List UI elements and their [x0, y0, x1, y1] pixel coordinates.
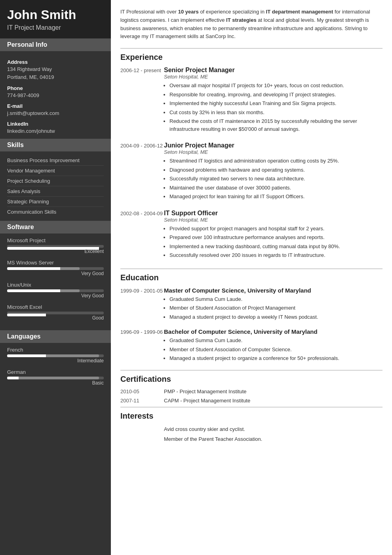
personal-info-content: Address 134 Rightward Way Portland, ME, … — [0, 51, 111, 139]
experience-bullet: Implemented a new tracking dashboard, cu… — [169, 243, 382, 251]
language-rating: Intermediate — [7, 358, 104, 364]
certification-date: 2007-11 — [120, 398, 164, 404]
experience-content: Junior Project ManagerSeton Hospital, ME… — [164, 142, 382, 202]
language-item: FrenchIntermediate — [7, 347, 104, 364]
experience-item: 2002-08 - 2004-09IT Support OfficerSeton… — [120, 210, 382, 260]
experience-bullet: Managed project for lean training for al… — [169, 193, 382, 201]
linkedin-value: linkedin.com/johnutw — [7, 128, 104, 135]
software-name: MS Windows Server — [7, 260, 104, 266]
experience-list: 2006-12 - presentSenior Project ManagerS… — [120, 67, 382, 260]
experience-divider — [120, 48, 382, 49]
experience-bullet: Provided support for project managers an… — [169, 225, 382, 233]
address-label: Address — [7, 59, 104, 65]
software-bar-container — [7, 312, 104, 314]
skill-item: Communication Skills — [7, 207, 104, 217]
bar-dark — [19, 377, 99, 379]
experience-bullet: Maintained the user database of over 300… — [169, 184, 382, 192]
interest-item: Member of the Parent Teacher Association… — [120, 435, 382, 443]
languages-header: Languages — [0, 330, 111, 343]
experience-bullet: Streamlined IT logistics and administrat… — [169, 157, 382, 165]
software-item: MS Windows ServerVery Good — [7, 260, 104, 276]
skills-header: Skills — [0, 139, 111, 151]
experience-bullets: Oversaw all major hospital IT projects f… — [164, 82, 382, 133]
skill-item: Sales Analysis — [7, 186, 104, 197]
education-divider — [120, 268, 382, 269]
certifications-title: Certifications — [120, 375, 382, 384]
software-header: Software — [0, 221, 111, 233]
software-name: Microsoft Project — [7, 237, 104, 243]
experience-job-title: Junior Project Manager — [164, 142, 382, 149]
main-content: IT Professional with over 10 years of ex… — [111, 0, 392, 555]
software-bar-container — [7, 289, 104, 292]
education-content: Bachelor of Computer Science, University… — [164, 328, 382, 364]
experience-bullet: Oversaw all major hospital IT projects f… — [169, 82, 382, 90]
interest-spacer — [120, 425, 164, 433]
personal-info-header: Personal Info — [0, 38, 111, 51]
experience-bullets: Provided support for project managers an… — [164, 225, 382, 259]
experience-bullet: Responsible for creating, improving, and… — [169, 91, 382, 99]
interests-list: Avid cross country skier and cyclist.Mem… — [120, 425, 382, 443]
experience-content: Senior Project ManagerSeton Hospital, ME… — [164, 67, 382, 134]
name-block: John Smith IT Project Manager — [0, 0, 111, 38]
experience-content: IT Support OfficerSeton Hospital, MEProv… — [164, 210, 382, 260]
sidebar: John Smith IT Project Manager Personal I… — [0, 0, 111, 555]
bar-fill — [7, 289, 60, 292]
experience-bullet: Implemented the highly successful Lean T… — [169, 100, 382, 107]
languages-content: FrenchIntermediateGermanBasic — [0, 343, 111, 395]
software-rating: Very Good — [7, 293, 104, 299]
education-list: 1999-09 - 2001-05Master of Computer Scie… — [120, 287, 382, 364]
experience-date: 2002-08 - 2004-09 — [120, 210, 164, 260]
skill-item: Strategic Planning — [7, 197, 104, 207]
education-degree: Bachelor of Computer Science, University… — [164, 328, 382, 335]
experience-company: Seton Hospital, ME — [164, 217, 382, 223]
email-value: j.smith@uptowork.com — [7, 110, 104, 117]
experience-bullet: Reduced the costs of IT maintenance in 2… — [169, 117, 382, 133]
experience-date: 2006-12 - present — [120, 67, 164, 134]
software-name: Linux/Unix — [7, 282, 104, 288]
language-item: GermanBasic — [7, 369, 104, 386]
education-bullet: Graduated Summa Cum Laude. — [169, 295, 382, 303]
software-content: Microsoft ProjectExcellentMS Windows Ser… — [0, 233, 111, 330]
experience-bullet: Diagnosed problems with hardware and ope… — [169, 166, 382, 174]
summary-text: IT Professional with over 10 years of ex… — [120, 8, 382, 41]
education-item: 1996-09 - 1999-06Bachelor of Computer Sc… — [120, 328, 382, 364]
experience-job-title: IT Support Officer — [164, 210, 382, 217]
education-degree: Master of Computer Science, University o… — [164, 287, 382, 294]
phone-label: Phone — [7, 85, 104, 91]
education-bullet: Managed a student project to organize a … — [169, 354, 382, 362]
email-label: E-mail — [7, 103, 104, 109]
skill-item: Vendor Management — [7, 166, 104, 176]
experience-bullets: Streamlined IT logistics and administrat… — [164, 157, 382, 201]
certifications-list: 2010-05PMP - Project Management Institut… — [120, 388, 382, 404]
candidate-name: John Smith — [7, 8, 104, 22]
bar-dark — [60, 267, 80, 270]
interest-item: Avid cross country skier and cyclist. — [120, 425, 382, 433]
certification-name: CAPM - Project Management Institute — [164, 398, 250, 404]
education-title: Education — [120, 273, 382, 282]
certification-name: PMP - Project Management Institute — [164, 388, 247, 394]
experience-job-title: Senior Project Manager — [164, 67, 382, 74]
language-rating: Basic — [7, 380, 104, 386]
education-item: 1999-09 - 2001-05Master of Computer Scie… — [120, 287, 382, 322]
interest-text: Member of the Parent Teacher Association… — [164, 435, 262, 443]
bar-fill — [7, 267, 60, 270]
linkedin-label: LinkedIn — [7, 121, 104, 127]
certifications-divider — [120, 370, 382, 371]
bar-fill — [7, 354, 46, 357]
skills-content: Business Process ImprovementVendor Manag… — [0, 151, 111, 221]
bar-dark — [60, 289, 80, 292]
software-item: Microsoft ProjectExcellent — [7, 237, 104, 254]
education-content: Master of Computer Science, University o… — [164, 287, 382, 322]
experience-company: Seton Hospital, ME — [164, 74, 382, 80]
language-name: German — [7, 369, 104, 375]
education-date: 1996-09 - 1999-06 — [120, 328, 164, 364]
interest-spacer — [120, 435, 164, 443]
skill-item: Business Process Improvement — [7, 155, 104, 166]
candidate-title: IT Project Manager — [7, 24, 104, 31]
language-bar-container — [7, 377, 104, 379]
experience-bullet: Prepared over 100 infrastructure perform… — [169, 233, 382, 241]
education-date: 1999-09 - 2001-05 — [120, 287, 164, 322]
experience-date: 2004-09 - 2006-12 — [120, 142, 164, 202]
software-item: Microsoft ExcelGood — [7, 304, 104, 321]
language-name: French — [7, 347, 104, 353]
